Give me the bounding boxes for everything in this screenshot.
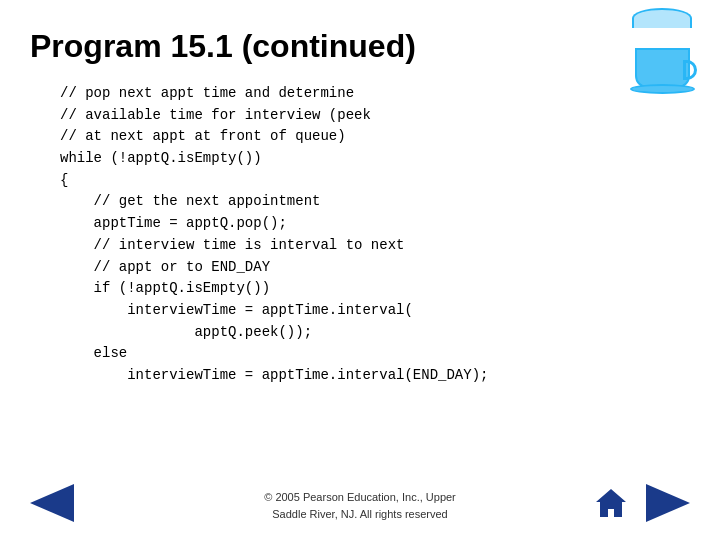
code-line-7: apptTime = apptQ.pop();	[60, 213, 690, 235]
code-line-13: apptQ.peek());	[60, 322, 690, 344]
slide-title: Program 15.1 (continued)	[30, 28, 690, 65]
svg-marker-0	[596, 489, 626, 517]
nav-home-button[interactable]	[592, 484, 630, 526]
code-line-11: if (!apptQ.isEmpty())	[60, 278, 690, 300]
code-line-4: while (!apptQ.isEmpty())	[60, 148, 690, 170]
cup-decoration	[610, 8, 700, 88]
code-line-1: // pop next appt time and determine	[60, 83, 690, 105]
code-line-10: // appt or to END_DAY	[60, 257, 690, 279]
code-line-15: interviewTime = apptTime.interval(END_DA…	[60, 365, 690, 387]
code-line-3: // at next appt at front of queue)	[60, 126, 690, 148]
slide: Program 15.1 (continued) // pop next app…	[0, 0, 720, 540]
code-line-9: // interview time is interval to next	[60, 235, 690, 257]
code-line-14: else	[60, 343, 690, 365]
code-line-12: interviewTime = apptTime.interval(	[60, 300, 690, 322]
code-block: // pop next appt time and determine // a…	[60, 83, 690, 387]
code-line-2: // available time for interview (peek	[60, 105, 690, 127]
code-line-5: {	[60, 170, 690, 192]
code-line-6: // get the next appointment	[60, 191, 690, 213]
